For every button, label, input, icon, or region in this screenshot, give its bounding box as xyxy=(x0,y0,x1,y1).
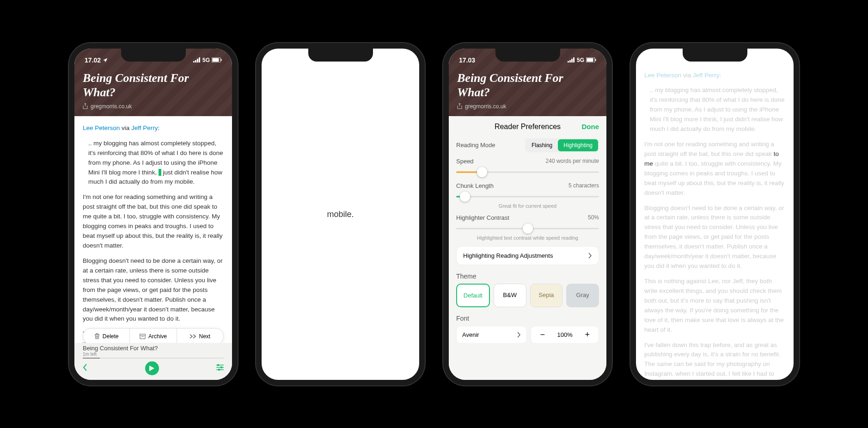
svg-rect-16 xyxy=(587,58,593,62)
font-row: Avenir − 100% + xyxy=(456,326,599,344)
trash-icon xyxy=(94,333,100,339)
svg-rect-2 xyxy=(197,59,198,62)
paragraph: Blogging doesn't need to be done a certa… xyxy=(83,256,224,324)
player-title: Being Consistent For What? xyxy=(83,345,224,352)
phone-flashing: mobile. xyxy=(256,43,425,385)
location-icon xyxy=(103,57,108,63)
share-icon[interactable] xyxy=(83,103,88,109)
screen: 17.03 5G Being Consistent For What? greg… xyxy=(449,49,606,380)
adjustments-button[interactable]: Highlighting Reading Adjustments xyxy=(456,246,599,265)
article-source: gregmorris.co.uk xyxy=(83,103,224,110)
reading-mode-label: Reading Mode xyxy=(456,142,495,149)
svg-rect-3 xyxy=(199,57,200,62)
theme-bw[interactable]: B&W xyxy=(494,284,526,307)
font-label: Font xyxy=(456,315,599,322)
font-size-stepper: − 100% + xyxy=(531,326,599,344)
next-button[interactable]: Next xyxy=(177,329,223,344)
theme-label: Theme xyxy=(456,273,599,280)
highlighting-option[interactable]: Highlighting xyxy=(558,139,598,151)
phone-highlighting: Lee Peterson via Jeff Perry: .. my blogg… xyxy=(630,43,799,385)
delete-button[interactable]: Delete xyxy=(83,329,130,344)
blockquote: .. my blogging has almost completely sto… xyxy=(83,139,224,187)
done-button[interactable]: Done xyxy=(582,123,599,130)
font-size-value: 100% xyxy=(554,331,576,338)
paragraph: Blogging doesn't need to be done a certa… xyxy=(644,204,785,271)
signal-icon xyxy=(193,57,201,62)
chevron-right-icon xyxy=(517,332,521,338)
svg-rect-5 xyxy=(213,58,219,62)
screen[interactable]: mobile. xyxy=(262,49,419,380)
signal-icon xyxy=(568,57,575,62)
sliders-icon xyxy=(216,364,224,371)
status-time: 17.03 xyxy=(459,56,475,64)
svg-rect-6 xyxy=(221,59,222,61)
contrast-caption: Highlighted text contrast while speed re… xyxy=(456,235,599,241)
settings-button[interactable] xyxy=(216,364,224,372)
svg-rect-1 xyxy=(195,60,196,62)
theme-gray[interactable]: Gray xyxy=(566,284,599,307)
theme-default[interactable]: Default xyxy=(456,284,490,307)
article-source: gregmorris.co.uk xyxy=(457,103,598,110)
svg-rect-13 xyxy=(571,59,573,62)
svg-rect-12 xyxy=(569,60,571,62)
prefs-title: Reader Preferences xyxy=(495,123,561,131)
paragraph: I'm not one for reading something and wr… xyxy=(644,140,785,198)
notch xyxy=(495,49,560,62)
author-link-1[interactable]: Lee Peterson xyxy=(83,124,120,131)
speed-value: 240 words per minute xyxy=(546,158,599,164)
player-subtitle: 1m left xyxy=(83,352,224,357)
reading-mode-segment: Flashing Highlighting xyxy=(525,138,599,152)
network-label: 5G xyxy=(577,57,584,63)
contrast-slider[interactable] xyxy=(456,224,599,233)
theme-row: Default B&W Sepia Gray xyxy=(456,284,599,307)
svg-point-9 xyxy=(221,366,222,368)
contrast-label: Highlighter Contrast xyxy=(456,214,509,221)
svg-rect-11 xyxy=(568,61,569,62)
theme-sepia[interactable]: Sepia xyxy=(530,284,563,307)
author-link-1[interactable]: Lee Peterson xyxy=(644,72,681,79)
screen[interactable]: Lee Peterson via Jeff Perry: .. my blogg… xyxy=(636,49,794,380)
paragraph: I've fallen down this trap before, and a… xyxy=(644,341,785,380)
share-icon[interactable] xyxy=(457,103,462,109)
svg-point-10 xyxy=(219,369,220,370)
font-select[interactable]: Avenir xyxy=(456,326,527,344)
flash-word: mobile. xyxy=(327,209,354,219)
screen: 17.02 5G Being Consistent For What? greg… xyxy=(74,49,232,380)
notch xyxy=(121,49,186,62)
svg-rect-17 xyxy=(595,59,596,61)
chunk-label: Chunk Length xyxy=(456,182,494,189)
paragraph: This is nothing against Lee, nor Jeff, t… xyxy=(644,277,785,335)
play-button[interactable] xyxy=(145,361,159,375)
article-body[interactable]: Lee Peterson via Jeff Perry: .. my blogg… xyxy=(636,49,794,380)
speed-label: Speed xyxy=(456,158,474,165)
author-link-2[interactable]: Jeff Perry xyxy=(131,124,158,131)
status-time: 17.02 xyxy=(85,56,101,64)
notch xyxy=(308,49,373,62)
speed-slider[interactable] xyxy=(456,167,599,177)
network-label: 5G xyxy=(202,57,210,63)
action-toolbar: Delete Archive Next xyxy=(83,328,224,345)
article-title: Being Consistent For What? xyxy=(83,71,224,99)
svg-rect-14 xyxy=(573,57,575,62)
player-progress[interactable] xyxy=(83,358,224,359)
paragraph: I'm not one for reading something and wr… xyxy=(83,192,224,251)
blockquote: .. my blogging has almost completely sto… xyxy=(644,86,785,134)
archive-icon xyxy=(140,334,146,339)
player-controls xyxy=(83,361,224,375)
player-bar: Being Consistent For What? 1m left xyxy=(74,343,232,380)
svg-rect-7 xyxy=(140,334,146,335)
decrease-button[interactable]: − xyxy=(531,326,554,343)
article-title: Being Consistent For What? xyxy=(457,71,598,99)
battery-icon xyxy=(586,57,596,62)
battery-icon xyxy=(212,57,222,62)
author-link-2[interactable]: Jeff Perry xyxy=(693,72,720,79)
notch xyxy=(683,49,747,62)
chevron-right-icon xyxy=(588,253,592,259)
flashing-option[interactable]: Flashing xyxy=(526,139,558,151)
chunk-slider[interactable] xyxy=(456,192,599,201)
chunk-value: 5 characters xyxy=(568,182,599,189)
increase-button[interactable]: + xyxy=(576,326,599,343)
archive-button[interactable]: Archive xyxy=(130,329,177,344)
phone-preferences: 17.03 5G Being Consistent For What? greg… xyxy=(443,43,612,385)
back-button[interactable] xyxy=(83,364,87,373)
